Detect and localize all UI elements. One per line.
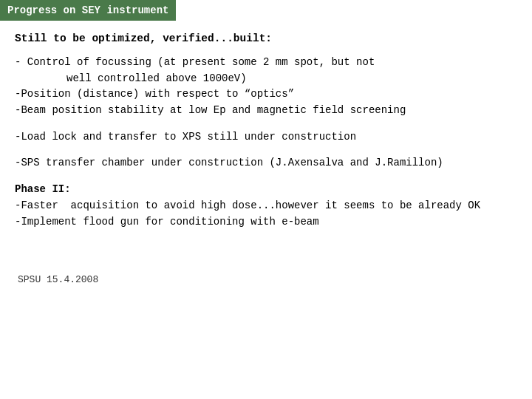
- sps-line-1: -SPS transfer chamber under construction…: [15, 155, 517, 171]
- section-loadlock: -Load lock and transfer to XPS still und…: [15, 129, 517, 146]
- page-title: Progress on SEY instrument: [7, 4, 168, 16]
- control-line-4: -Beam position stability at low Ep and m…: [15, 103, 517, 119]
- section-phase2: Phase II: -Faster acquisition to avoid h…: [15, 182, 517, 230]
- phase2-line-1: -Faster acquisition to avoid high dose..…: [15, 198, 517, 214]
- title-bar: Progress on SEY instrument: [0, 0, 176, 21]
- phase2-title: Phase II:: [15, 182, 517, 198]
- subtitle: Still to be optimized, verified...built:: [15, 33, 517, 44]
- section-sps: -SPS transfer chamber under construction…: [15, 155, 517, 171]
- control-line-1: - Control of focussing (at present some …: [15, 55, 517, 71]
- control-line-3: -Position (distance) with respect to “op…: [15, 86, 517, 103]
- section-control: - Control of focussing (at present some …: [15, 55, 517, 119]
- loadlock-line-1: -Load lock and transfer to XPS still und…: [15, 129, 517, 146]
- control-line-2: well controlled above 1000eV): [15, 71, 517, 87]
- phase2-line-2: -Implement flood gun for conditioning wi…: [15, 214, 517, 231]
- main-content: Still to be optimized, verified...built:…: [0, 21, 532, 297]
- footer-text: SPSU 15.4.2008: [15, 274, 517, 285]
